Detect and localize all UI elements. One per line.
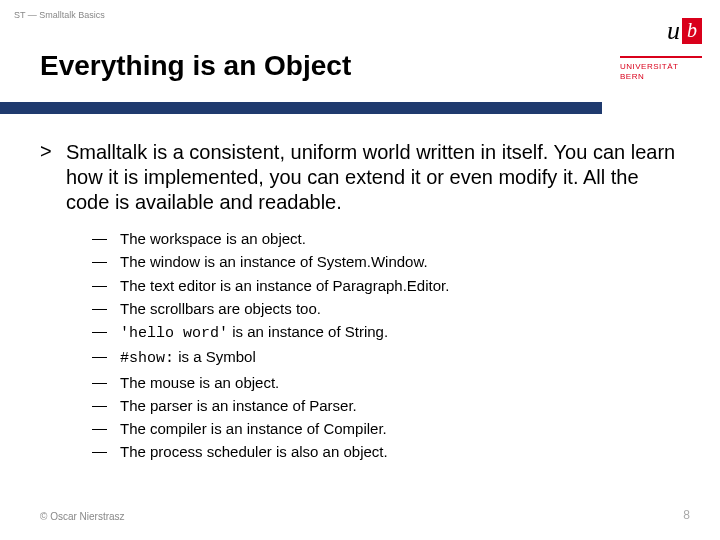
logo-letter-u: u (667, 16, 680, 45)
list-item: —The compiler is an instance of Compiler… (92, 419, 680, 439)
sub-text: The parser is an instance of Parser. (120, 396, 357, 416)
code-literal: #show: (120, 350, 174, 367)
sub-text: 'hello word' is an instance of String. (120, 322, 388, 344)
breadcrumb: ST — Smalltalk Basics (14, 10, 105, 20)
sub-text: The window is an instance of System.Wind… (120, 252, 428, 272)
list-item: —The window is an instance of System.Win… (92, 252, 680, 272)
sub-marker: — (92, 347, 120, 364)
sub-text: The text editor is an instance of Paragr… (120, 276, 449, 296)
sub-text: The compiler is an instance of Compiler. (120, 419, 387, 439)
sub-marker: — (92, 252, 120, 269)
main-bullet: > Smalltalk is a consistent, uniform wor… (40, 140, 680, 215)
logo-text-line2: BERN (620, 72, 644, 81)
sub-text-rest: is an instance of String. (228, 323, 388, 340)
sub-text-rest: is a Symbol (174, 348, 256, 365)
sub-text: The scrollbars are objects too. (120, 299, 321, 319)
list-item: —The text editor is an instance of Parag… (92, 276, 680, 296)
sub-marker: — (92, 276, 120, 293)
page-number: 8 (683, 508, 690, 522)
logo-mark: ub (667, 18, 702, 44)
main-marker: > (40, 140, 66, 163)
sub-text: #show: is a Symbol (120, 347, 256, 369)
sub-list: —The workspace is an object.—The window … (92, 229, 680, 463)
list-item: —The mouse is an object. (92, 373, 680, 393)
main-text: Smalltalk is a consistent, uniform world… (66, 140, 680, 215)
list-item: —The process scheduler is also an object… (92, 442, 680, 462)
sub-marker: — (92, 442, 120, 459)
list-item: —The workspace is an object. (92, 229, 680, 249)
content-area: > Smalltalk is a consistent, uniform wor… (40, 140, 680, 466)
sub-marker: — (92, 396, 120, 413)
logo-text-line1: UNIVERSITÄT (620, 62, 678, 71)
sub-marker: — (92, 373, 120, 390)
list-item: —#show: is a Symbol (92, 347, 680, 369)
logo-text: UNIVERSITÄT BERN (620, 62, 702, 81)
sub-text: The process scheduler is also an object. (120, 442, 388, 462)
page-title: Everything is an Object (40, 50, 351, 82)
list-item: —The parser is an instance of Parser. (92, 396, 680, 416)
sub-text: The mouse is an object. (120, 373, 279, 393)
university-logo: ub UNIVERSITÄT BERN (602, 0, 720, 115)
sub-marker: — (92, 419, 120, 436)
code-literal: 'hello word' (120, 325, 228, 342)
sub-marker: — (92, 322, 120, 339)
list-item: —'hello word' is an instance of String. (92, 322, 680, 344)
footer-copyright: © Oscar Nierstrasz (40, 511, 125, 522)
list-item: —The scrollbars are objects too. (92, 299, 680, 319)
sub-marker: — (92, 229, 120, 246)
slide: ST — Smalltalk Basics Everything is an O… (0, 0, 720, 540)
logo-letter-b: b (682, 18, 702, 44)
logo-divider (620, 56, 702, 58)
sub-text: The workspace is an object. (120, 229, 306, 249)
sub-marker: — (92, 299, 120, 316)
